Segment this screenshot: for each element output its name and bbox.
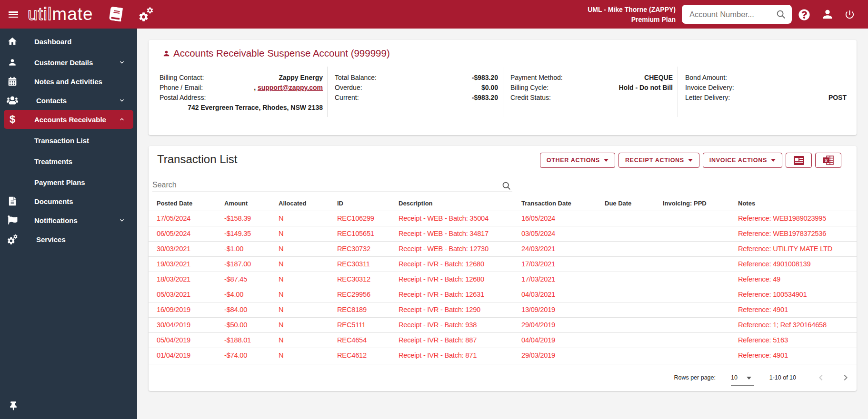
svg-text:X: X (824, 158, 827, 163)
